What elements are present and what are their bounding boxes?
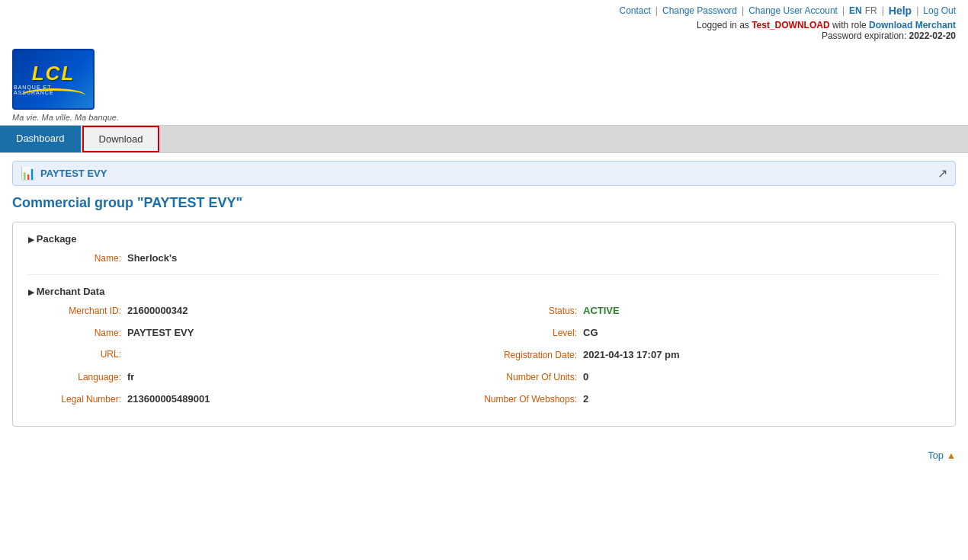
url-regdate-row: URL: Registration Date: 2021-04-13 17:07… bbox=[28, 349, 940, 360]
merchant-id-status-row: Merchant ID: 21600000342 Status: ACTIVE bbox=[28, 305, 940, 316]
section-title: Commercial group "PAYTEST EVY" bbox=[12, 195, 956, 211]
reg-date-field: Registration Date: 2021-04-13 17:07 pm bbox=[484, 349, 940, 360]
legal-number-label: Legal Number: bbox=[28, 394, 127, 405]
num-webshops-field: Number Of Webshops: 2 bbox=[484, 393, 940, 405]
merchant-id-field: Merchant ID: 21600000342 bbox=[28, 305, 484, 316]
num-units-field: Number Of Units: 0 bbox=[484, 371, 940, 382]
chart-icon: 📊 bbox=[21, 166, 36, 181]
reg-date-label: Registration Date: bbox=[484, 350, 583, 360]
top-link-label: Top bbox=[928, 450, 944, 461]
level-label: Level: bbox=[484, 328, 583, 338]
merchant-name-field: Name: PAYTEST EVY bbox=[28, 327, 484, 338]
language-field: Language: fr bbox=[28, 371, 484, 382]
password-expiry-label: Password expiration: bbox=[822, 30, 906, 41]
package-name-field: Name: Sherlock's bbox=[28, 252, 484, 264]
num-units-label: Number Of Units: bbox=[484, 372, 583, 382]
divider bbox=[28, 274, 940, 275]
tab-dashboard[interactable]: Dashboard bbox=[0, 126, 81, 152]
top-link[interactable]: Top ▲ bbox=[928, 450, 956, 461]
username: Test_DOWNLOAD bbox=[752, 20, 829, 30]
top-navigation: Contact | Change Password | Change User … bbox=[0, 0, 968, 18]
merchant-name-value: PAYTEST EVY bbox=[127, 327, 194, 338]
sep2: | bbox=[742, 5, 744, 16]
sep1: | bbox=[655, 5, 658, 16]
top-link-area: Top ▲ bbox=[0, 446, 968, 464]
num-webshops-label: Number Of Webshops: bbox=[484, 394, 583, 405]
sep4: | bbox=[882, 5, 884, 16]
logged-in-text: Logged in as bbox=[697, 20, 749, 30]
with-role-text: with role bbox=[832, 20, 867, 30]
lang-units-row: Language: fr Number Of Units: 0 bbox=[28, 371, 940, 382]
status-field: Status: ACTIVE bbox=[484, 305, 940, 316]
merchant-id-value: 21600000342 bbox=[127, 305, 188, 316]
legal-number-field: Legal Number: 213600005489001 bbox=[28, 393, 484, 405]
change-password-link[interactable]: Change Password bbox=[662, 5, 737, 16]
tab-download[interactable]: Download bbox=[82, 126, 160, 152]
edit-icon[interactable]: ↗︎ bbox=[938, 166, 947, 181]
status-value: ACTIVE bbox=[583, 305, 620, 316]
sep3: | bbox=[842, 5, 845, 16]
account-info: Logged in as Test_DOWNLOAD with role Dow… bbox=[0, 18, 968, 43]
logo-text: LCL bbox=[32, 63, 75, 83]
level-field: Level: CG bbox=[484, 327, 940, 338]
package-name-right-empty bbox=[484, 252, 940, 264]
merchant-bar-left: 📊 PAYTEST EVY bbox=[21, 166, 107, 181]
status-label: Status: bbox=[484, 306, 583, 316]
role: Download Merchant bbox=[869, 20, 956, 30]
merchant-name-label: Name: bbox=[28, 328, 127, 338]
help-link[interactable]: Help bbox=[889, 5, 912, 17]
legal-number-value: 213600005489001 bbox=[127, 393, 210, 405]
logo-arc-decoration bbox=[21, 88, 85, 102]
level-value: CG bbox=[583, 327, 598, 338]
url-field: URL: bbox=[28, 349, 484, 360]
url-label: URL: bbox=[28, 349, 127, 360]
sep5: | bbox=[916, 5, 918, 16]
merchant-bar-name[interactable]: PAYTEST EVY bbox=[40, 168, 107, 179]
name-level-row: Name: PAYTEST EVY Level: CG bbox=[28, 327, 940, 338]
nav-tabs: Dashboard Download bbox=[0, 125, 968, 153]
legal-webshops-row: Legal Number: 213600005489001 Number Of … bbox=[28, 393, 940, 405]
expiry-date: 2022-02-20 bbox=[909, 30, 956, 41]
merchant-id-label: Merchant ID: bbox=[28, 306, 127, 316]
header-area: LCL BANQUE ET ASSURANCE Ma vie. Ma ville… bbox=[0, 43, 968, 125]
num-units-value: 0 bbox=[583, 371, 588, 382]
data-card: Package Name: Sherlock's Merchant Data M… bbox=[12, 222, 956, 427]
top-arrow-icon: ▲ bbox=[947, 450, 956, 461]
logout-link[interactable]: Log Out bbox=[923, 5, 956, 16]
language-value: fr bbox=[127, 371, 134, 382]
lang-en[interactable]: EN bbox=[849, 5, 862, 16]
num-webshops-value: 2 bbox=[583, 393, 588, 405]
package-name-label: Name: bbox=[28, 253, 127, 264]
logo: LCL BANQUE ET ASSURANCE bbox=[12, 49, 95, 110]
change-user-account-link[interactable]: Change User Account bbox=[748, 5, 838, 16]
contact-link[interactable]: Contact bbox=[619, 5, 650, 16]
reg-date-value: 2021-04-13 17:07 pm bbox=[583, 349, 679, 360]
package-header[interactable]: Package bbox=[28, 233, 940, 245]
lang-fr[interactable]: FR bbox=[865, 5, 877, 16]
tagline: Ma vie. Ma ville. Ma banque. bbox=[12, 113, 119, 122]
main-content: 📊 PAYTEST EVY ↗︎ Commercial group "PAYTE… bbox=[0, 153, 968, 446]
package-name-row: Name: Sherlock's bbox=[28, 252, 940, 264]
package-name-value: Sherlock's bbox=[127, 252, 177, 264]
language-label: Language: bbox=[28, 372, 127, 382]
merchant-bar: 📊 PAYTEST EVY ↗︎ bbox=[12, 161, 956, 186]
merchant-data-header[interactable]: Merchant Data bbox=[28, 286, 940, 297]
